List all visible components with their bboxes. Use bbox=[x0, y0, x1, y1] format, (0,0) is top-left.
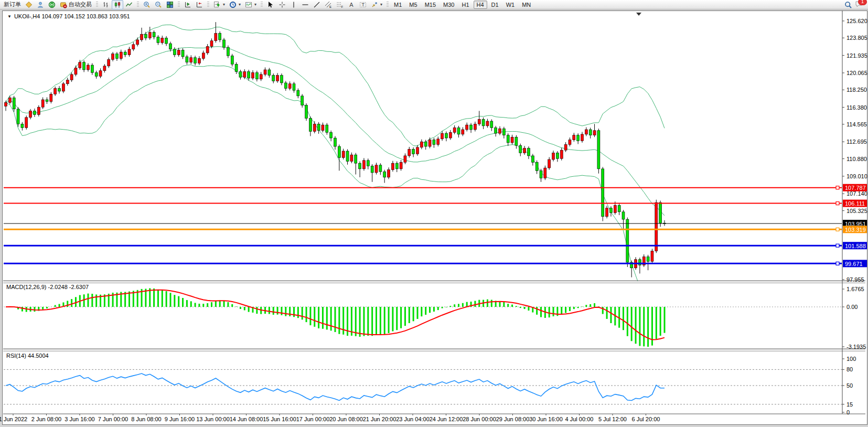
line-handle[interactable] bbox=[836, 186, 839, 189]
candle bbox=[132, 45, 135, 49]
toolbar-grip bbox=[137, 2, 139, 8]
candle bbox=[255, 72, 258, 79]
macd-pane bbox=[4, 288, 842, 347]
timeframe-w1[interactable]: W1 bbox=[503, 1, 518, 9]
candle bbox=[198, 59, 200, 63]
candle bbox=[585, 130, 587, 134]
axis-label: 15 bbox=[846, 401, 853, 408]
line-handle[interactable] bbox=[836, 202, 839, 205]
candle bbox=[186, 57, 188, 62]
timeframe-d1[interactable]: D1 bbox=[488, 1, 502, 9]
text-label-icon: T bbox=[359, 1, 367, 8]
tile-windows-button[interactable] bbox=[164, 0, 176, 9]
text-label-tool-button[interactable]: T bbox=[357, 0, 369, 9]
candle bbox=[21, 124, 24, 127]
new-chart-icon bbox=[25, 1, 33, 8]
crosshair-tool-button[interactable] bbox=[276, 0, 288, 9]
chat-button[interactable]: 1 bbox=[855, 1, 863, 9]
timeframe-h1[interactable]: H1 bbox=[458, 1, 472, 9]
dropdown-caret-icon[interactable]: ▾ bbox=[239, 2, 241, 7]
candle bbox=[29, 111, 32, 117]
auto-scroll-button[interactable] bbox=[182, 0, 194, 9]
dropdown-caret-icon[interactable]: ▾ bbox=[380, 2, 382, 7]
timeframe-mn[interactable]: MN bbox=[519, 1, 534, 9]
candle bbox=[383, 172, 386, 177]
text-tool-button[interactable]: A bbox=[346, 0, 357, 9]
axis-label: 0.00 bbox=[846, 304, 858, 310]
templates-button[interactable]: ▾ bbox=[243, 0, 259, 9]
candle bbox=[260, 74, 262, 79]
new-order-button[interactable]: 新订单 bbox=[2, 0, 23, 9]
search-icon[interactable] bbox=[844, 1, 852, 8]
candlestick-mode-button[interactable] bbox=[112, 0, 123, 9]
timeframe-h4[interactable]: H4 bbox=[474, 1, 487, 9]
toolbar-grip bbox=[387, 2, 389, 8]
candle bbox=[531, 156, 534, 162]
zoom-in-button[interactable] bbox=[141, 0, 153, 9]
cursor-tool-button[interactable] bbox=[265, 0, 276, 9]
candle bbox=[618, 205, 620, 211]
candle bbox=[128, 49, 131, 55]
candle bbox=[243, 72, 246, 78]
new-chart-button[interactable] bbox=[23, 0, 35, 9]
candle bbox=[165, 38, 168, 44]
signal-button[interactable] bbox=[46, 0, 58, 9]
zoom-out-button[interactable] bbox=[153, 0, 164, 9]
pane-splitter[interactable] bbox=[3, 281, 865, 283]
timeframe-m30[interactable]: M30 bbox=[440, 1, 457, 9]
candle bbox=[470, 125, 473, 130]
channel-tool-button[interactable]: E bbox=[323, 0, 334, 9]
candle bbox=[161, 38, 164, 42]
candle bbox=[239, 72, 242, 78]
timeframe-m5[interactable]: M5 bbox=[406, 1, 420, 9]
candle bbox=[433, 140, 435, 145]
periods-button[interactable]: ▾ bbox=[227, 0, 243, 9]
axis-label: 106.111 bbox=[845, 200, 865, 207]
candle bbox=[248, 72, 250, 78]
axis-label: 0 bbox=[846, 409, 850, 415]
collapse-arrow-icon[interactable]: ▼ bbox=[7, 14, 12, 19]
svg-text:E: E bbox=[329, 5, 331, 8]
candle bbox=[466, 125, 468, 130]
candle bbox=[108, 59, 110, 66]
axis-label: 23 Jun 04:00 bbox=[396, 416, 430, 422]
candle bbox=[416, 147, 419, 154]
candle bbox=[560, 150, 563, 158]
trendline-tool-button[interactable] bbox=[311, 0, 323, 9]
autotrading-button[interactable]: 自动交易 bbox=[58, 0, 94, 9]
new-order-label: 新订单 bbox=[4, 1, 21, 8]
clock-icon bbox=[229, 1, 237, 8]
dropdown-caret-icon[interactable]: ▾ bbox=[254, 2, 256, 7]
chart-canvas[interactable]: 125.620123.805121.935120.065118.250116.3… bbox=[0, 0, 868, 427]
candle bbox=[626, 219, 629, 262]
line-handle[interactable] bbox=[836, 228, 839, 231]
vertical-line-tool-button[interactable] bbox=[288, 0, 299, 9]
axis-label: 80 bbox=[846, 366, 853, 372]
bar-chart-mode-button[interactable] bbox=[100, 0, 112, 9]
horizontal-line-tool-button[interactable] bbox=[299, 0, 311, 9]
line-handle[interactable] bbox=[836, 244, 839, 247]
profile-button[interactable] bbox=[35, 0, 46, 9]
candle bbox=[408, 149, 411, 155]
axis-label: 1.6765 bbox=[846, 286, 864, 292]
axis-label: 99.671 bbox=[845, 261, 863, 267]
rsi-indicator-label: RSI(14) 44.5004 bbox=[6, 353, 49, 359]
candle bbox=[375, 165, 378, 173]
axis-label: 24 Jun 12:00 bbox=[430, 416, 463, 422]
fibonacci-tool-button[interactable]: F bbox=[334, 0, 346, 9]
candle bbox=[350, 155, 353, 161]
arrows-tool-button[interactable]: ▾ bbox=[369, 0, 384, 9]
timeframe-m1[interactable]: M1 bbox=[391, 1, 405, 9]
candle bbox=[235, 64, 238, 71]
line-chart-mode-button[interactable] bbox=[123, 0, 135, 9]
dropdown-caret-icon[interactable]: ▾ bbox=[223, 2, 225, 7]
chart-shift-button[interactable] bbox=[194, 0, 205, 9]
indicators-button[interactable]: ▾ bbox=[211, 0, 227, 9]
axis-label: 110.880 bbox=[846, 156, 867, 162]
timeframe-m15[interactable]: M15 bbox=[422, 1, 439, 9]
line-handle[interactable] bbox=[836, 262, 839, 265]
chart-shift-marker[interactable] bbox=[636, 13, 641, 16]
candle bbox=[41, 100, 44, 107]
pane-splitter[interactable] bbox=[3, 349, 865, 351]
candle bbox=[37, 107, 40, 114]
